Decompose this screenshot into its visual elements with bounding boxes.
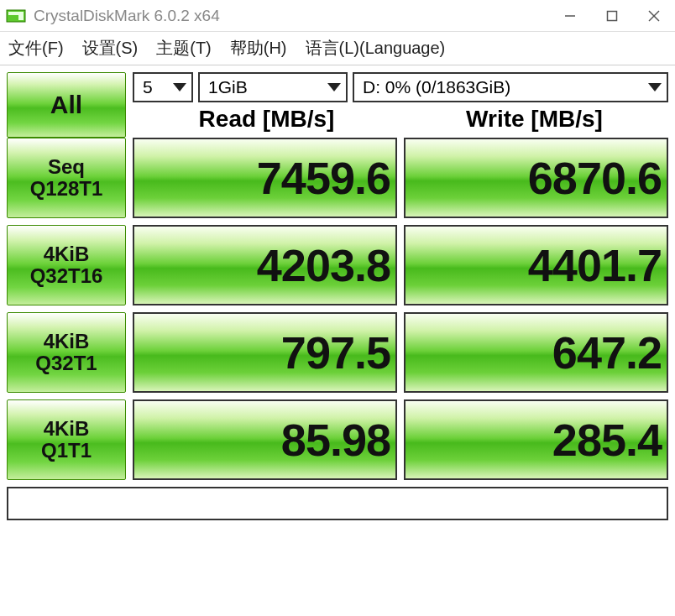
all-button-label: All [50, 91, 82, 119]
window-title: CrystalDiskMark 6.0.2 x64 [34, 7, 549, 25]
read-result-value: 85.98 [134, 401, 390, 478]
test-count-select[interactable]: 5 [133, 72, 193, 102]
write-result-cell: 647.2 [404, 312, 668, 393]
title-bar: CrystalDiskMark 6.0.2 x64 [0, 0, 675, 32]
menu-settings[interactable]: 设置(S) [82, 37, 139, 60]
write-result-value: 285.4 [406, 401, 662, 478]
main-content: All 5 1GiB D: 0% (0/1863GiB) Read [MB/s] [0, 65, 675, 524]
benchmark-row: SeqQ128T17459.66870.6 [7, 138, 668, 218]
menu-language[interactable]: 语言(L)(Language) [306, 37, 446, 60]
read-result-value: 4203.8 [134, 227, 390, 304]
app-icon [5, 5, 27, 27]
benchmark-row: 4KiBQ32T164203.84401.7 [7, 225, 668, 305]
test-size-select[interactable]: 1GiB [198, 72, 348, 102]
test-label-line1: 4KiB [44, 418, 90, 440]
drive-value: D: 0% (0/1863GiB) [363, 77, 510, 97]
menu-help[interactable]: 帮助(H) [230, 37, 287, 60]
read-result-value: 7459.6 [134, 139, 390, 217]
write-result-cell: 6870.6 [404, 138, 668, 218]
test-size-value: 1GiB [208, 77, 248, 97]
close-button[interactable] [633, 0, 675, 31]
test-label-line1: 4KiB [44, 243, 90, 265]
status-bar [7, 487, 668, 520]
write-result-value: 6870.6 [406, 139, 662, 217]
test-label-line2: Q32T1 [35, 352, 97, 374]
read-header: Read [MB/s] [133, 106, 400, 138]
read-result-cell: 797.5 [133, 312, 397, 393]
test-label-line1: 4KiB [44, 331, 90, 352]
test-button-q32t16[interactable]: 4KiBQ32T16 [7, 225, 126, 305]
write-header: Write [MB/s] [400, 106, 668, 138]
benchmark-row: 4KiBQ32T1797.5647.2 [7, 312, 668, 393]
svg-rect-4 [608, 11, 617, 20]
test-button-q32t1[interactable]: 4KiBQ32T1 [7, 312, 126, 393]
window-controls [549, 0, 675, 31]
test-label-line2: Q128T1 [30, 178, 103, 200]
menu-file[interactable]: 文件(F) [8, 37, 64, 60]
read-result-cell: 4203.8 [133, 225, 397, 305]
read-result-cell: 7459.6 [133, 138, 397, 218]
read-result-cell: 85.98 [133, 399, 397, 480]
dropdown-row: 5 1GiB D: 0% (0/1863GiB) [133, 72, 668, 102]
test-label-line2: Q1T1 [41, 440, 92, 462]
maximize-button[interactable] [591, 0, 633, 31]
drive-select[interactable]: D: 0% (0/1863GiB) [353, 72, 668, 102]
test-button-q1t1[interactable]: 4KiBQ1T1 [7, 399, 126, 480]
write-result-cell: 4401.7 [404, 225, 668, 305]
benchmark-grid: SeqQ128T17459.66870.64KiBQ32T164203.8440… [3, 138, 672, 480]
test-label-line1: Seq [48, 156, 85, 178]
chevron-down-icon [327, 83, 341, 91]
svg-rect-2 [8, 15, 18, 20]
menu-bar: 文件(F) 设置(S) 主题(T) 帮助(H) 语言(L)(Language) [0, 32, 675, 65]
column-headers: Read [MB/s] Write [MB/s] [133, 106, 668, 138]
write-result-cell: 285.4 [404, 399, 668, 480]
menu-theme[interactable]: 主题(T) [156, 37, 212, 60]
test-button-q128t1[interactable]: SeqQ128T1 [7, 138, 126, 218]
minimize-button[interactable] [549, 0, 591, 31]
chevron-down-icon [173, 83, 186, 91]
read-result-value: 797.5 [134, 314, 390, 391]
controls-row: All 5 1GiB D: 0% (0/1863GiB) Read [MB/s] [3, 72, 672, 138]
write-result-value: 647.2 [406, 314, 662, 391]
benchmark-row: 4KiBQ1T185.98285.4 [7, 399, 668, 480]
test-label-line2: Q32T16 [30, 265, 103, 287]
write-result-value: 4401.7 [406, 227, 662, 304]
chevron-down-icon [648, 83, 662, 91]
test-count-value: 5 [143, 77, 153, 97]
all-button[interactable]: All [7, 72, 126, 138]
